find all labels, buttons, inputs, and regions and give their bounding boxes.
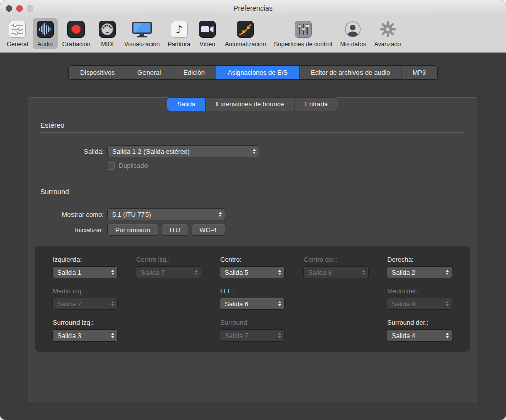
toolbar-item-avanzado[interactable]: Avanzado <box>371 18 404 49</box>
close-button[interactable] <box>6 5 12 12</box>
score-note-icon: ♪ <box>170 19 188 39</box>
channel-centro-izq-popup: Salida 7 <box>136 267 201 278</box>
show-as-row: Mostrar como: 5.1 (ITU 775) <box>40 209 477 220</box>
midi-connector-icon <box>98 19 116 39</box>
channel-surround-der-popup[interactable]: Salida 4 <box>387 330 452 341</box>
duplicate-checkbox <box>108 162 115 170</box>
tab-dispositivos[interactable]: Dispositivos <box>69 66 126 79</box>
preferences-window: Preferencias General Audio Grabación <box>0 0 506 420</box>
popup-value: Salida 5 <box>225 269 275 276</box>
updown-chevrons-icon <box>443 301 451 306</box>
initialize-label: Inicializar: <box>40 226 104 234</box>
preferences-toolbar: General Audio Grabación MIDI Visualizaci <box>0 16 506 53</box>
toolbar-item-label: Avanzado <box>374 41 401 48</box>
popup-value: Salida 4 <box>392 332 443 340</box>
channel-label: Medio izq.: <box>53 287 136 295</box>
channel-derecha-popup[interactable]: Salida 2 <box>387 267 452 278</box>
initialize-row: Inicializar: Por omisión ITU WG-4 <box>40 224 477 235</box>
toolbar-item-general[interactable]: General <box>3 18 32 49</box>
toolbar-item-audio[interactable]: Audio <box>33 18 58 49</box>
zoom-button[interactable] <box>27 5 33 12</box>
updown-chevrons-icon <box>108 301 117 306</box>
show-as-popup[interactable]: 5.1 (ITU 775) <box>108 209 225 220</box>
automation-curve-icon <box>236 19 254 39</box>
gear-icon <box>379 19 397 39</box>
channel-centro-izq: Centro izq.: Salida 7 <box>136 256 220 278</box>
toolbar-item-label: Visualización <box>124 41 160 48</box>
channel-izquierda-popup[interactable]: Salida 1 <box>53 267 117 278</box>
tab-asignaciones-es[interactable]: Asignaciones de E/S <box>216 66 299 79</box>
toolbar-item-label: Grabación <box>62 41 90 48</box>
popup-value: Salida 8 <box>392 300 443 308</box>
channel-centro-der-popup: Salida 8 <box>304 267 368 278</box>
channel-surround-izq-popup[interactable]: Salida 3 <box>53 330 117 341</box>
popup-value: Salida 2 <box>392 269 443 276</box>
record-icon <box>67 19 85 39</box>
updown-chevrons-icon <box>192 270 200 275</box>
tab-edicion[interactable]: Edición <box>172 66 216 79</box>
toolbar-item-grabacion[interactable]: Grabación <box>59 18 94 49</box>
toolbar-item-visualizacion[interactable]: Visualización <box>121 18 163 49</box>
secondary-tab-bar: Salida Extensiones de bounce Entrada <box>28 98 477 111</box>
init-por-omision-button[interactable]: Por omisión <box>108 224 158 235</box>
toolbar-item-automatizacion[interactable]: Automatización <box>221 18 269 49</box>
toolbar-item-video[interactable]: Vídeo <box>195 18 220 49</box>
tab-general[interactable]: General <box>126 66 172 79</box>
tab-editor-archivos-audio[interactable]: Editor de archivos de audio <box>299 66 401 79</box>
toolbar-item-midi[interactable]: MIDI <box>95 18 120 49</box>
io-assignments-panel: Salida Extensiones de bounce Entrada Est… <box>28 97 477 402</box>
tab-mp3[interactable]: MP3 <box>401 66 438 79</box>
channel-lfe-popup[interactable]: Salida 6 <box>220 298 284 309</box>
init-wg4-button[interactable]: WG-4 <box>192 224 225 235</box>
channel-centro-der: Centro der.: Salida 8 <box>304 256 387 278</box>
stereo-section-heading: Estéreo <box>40 121 465 133</box>
updown-chevrons-icon <box>275 333 284 338</box>
channel-label: Centro: <box>220 256 304 263</box>
popup-value: Salida 8 <box>308 269 359 276</box>
popup-value: Salida 7 <box>225 332 275 340</box>
channel-label: LFE: <box>220 287 304 295</box>
channel-surround-izq: Surround izq.: Salida 3 <box>53 319 136 342</box>
popup-value: Salida 1 <box>57 269 108 276</box>
svg-text:♪: ♪ <box>176 23 183 36</box>
stereo-output-row: Salida: Salida 1-2 (Salida estéreo) <box>40 146 477 157</box>
subtab-extensiones-bounce[interactable]: Extensiones de bounce <box>205 98 294 111</box>
subtab-entrada[interactable]: Entrada <box>294 98 338 111</box>
channel-label: Surround izq.: <box>53 319 136 326</box>
minimize-button[interactable] <box>16 5 23 12</box>
channel-derecha: Derecha: Salida 2 <box>387 256 471 278</box>
video-camera-icon <box>198 19 216 39</box>
channel-label: Centro izq.: <box>136 256 220 263</box>
subtab-salida[interactable]: Salida <box>167 98 205 111</box>
updown-chevrons-icon <box>250 149 258 154</box>
toolbar-item-label: Partitura <box>168 41 190 48</box>
toolbar-item-superficies[interactable]: Superficies de control <box>270 18 335 49</box>
channel-medio-izq-popup: Salida 7 <box>53 298 117 309</box>
user-icon <box>344 19 362 39</box>
surround-section-heading: Surround <box>40 188 465 199</box>
display-icon <box>132 19 152 39</box>
channel-label: Derecha: <box>387 256 471 263</box>
channel-surround: Surround: Salida 7 <box>220 319 304 342</box>
channel-medio-der: Medio der.: Salida 8 <box>387 287 471 310</box>
toolbar-item-label: Vídeo <box>200 41 215 48</box>
channel-lfe: LFE: Salida 6 <box>220 287 304 310</box>
toolbar-item-label: MIDI <box>101 41 113 48</box>
toolbar-item-misdatos[interactable]: Mis datos <box>337 18 370 49</box>
toolbar-item-partitura[interactable]: ♪ Partitura <box>164 18 194 49</box>
channel-label: Surround der.: <box>387 319 471 326</box>
stereo-output-popup[interactable]: Salida 1-2 (Salida estéreo) <box>108 146 259 157</box>
show-as-label: Mostrar como: <box>40 211 104 218</box>
general-sliders-icon <box>8 19 26 39</box>
channel-centro: Centro: Salida 5 <box>220 256 304 278</box>
audio-waveform-icon <box>36 19 54 39</box>
control-surfaces-icon <box>294 19 312 39</box>
init-itu-button[interactable]: ITU <box>162 224 188 235</box>
channel-izquierda: Izquierda: Salida 1 <box>53 256 136 278</box>
updown-chevrons-icon <box>108 270 117 275</box>
title-bar: Preferencias <box>0 0 506 16</box>
channel-centro-popup[interactable]: Salida 5 <box>220 267 284 278</box>
channel-surround-der: Surround der.: Salida 4 <box>387 319 471 342</box>
channel-surround-popup: Salida 7 <box>220 330 284 341</box>
window-title: Preferencias <box>233 4 273 12</box>
